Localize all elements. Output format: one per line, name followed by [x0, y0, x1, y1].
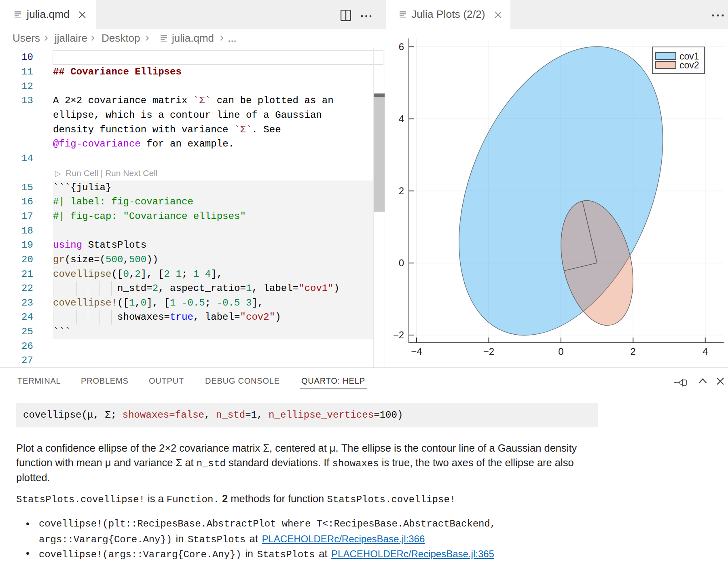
svg-text:2: 2 [631, 346, 636, 357]
svg-text:−4: −4 [411, 346, 422, 357]
svg-text:−2: −2 [483, 346, 494, 357]
svg-text:−2: −2 [393, 329, 404, 340]
svg-text:6: 6 [399, 41, 404, 52]
svg-text:0: 0 [399, 257, 404, 268]
svg-text:4: 4 [703, 346, 708, 357]
svg-text:4: 4 [399, 113, 404, 124]
svg-text:0: 0 [558, 346, 563, 357]
svg-text:cov2: cov2 [679, 60, 699, 70]
svg-text:2: 2 [399, 185, 404, 196]
